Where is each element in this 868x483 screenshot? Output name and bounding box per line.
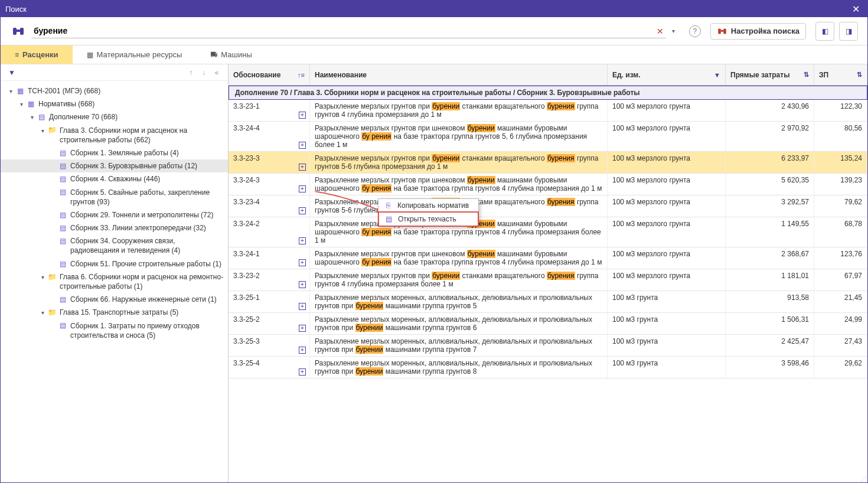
- cell-zp: 79,62: [814, 195, 867, 217]
- cell-zp: 139,23: [814, 174, 867, 195]
- clear-search-icon[interactable]: ✕: [657, 27, 664, 36]
- tree-node[interactable]: ▾📁Глава 15. Транспортные затраты (5): [1, 306, 228, 319]
- table-row[interactable]: 3.3-24-3+Разрыхление мерзлых грунтов при…: [229, 174, 867, 195]
- cm-copy-normative[interactable]: ⎘ Копировать норматив: [378, 199, 478, 212]
- cell-pz: 2 368,67: [726, 247, 814, 269]
- svg-rect-1: [20, 28, 24, 35]
- layout-icon-2[interactable]: ◨: [839, 22, 858, 41]
- doc-icon: ▤: [57, 260, 68, 268]
- tree-node[interactable]: ▾▦ТСН-2001 (МГЭ) (668): [1, 84, 228, 97]
- cell-ed: 100 м3 мерзлого грунта: [608, 122, 726, 151]
- tree-node[interactable]: ▸▤Сборник 29. Тоннели и метрополитены (7…: [1, 208, 228, 221]
- tree-node[interactable]: ▸▤Сборник 5. Свайные работы, закрепление…: [1, 186, 228, 208]
- svg-rect-0: [13, 28, 17, 35]
- cell-nm: Разрыхление мерзлых моренных, аллювиальн…: [310, 335, 608, 356]
- tree-node[interactable]: ▾▤Дополнение 70 (668): [1, 110, 228, 123]
- table-row[interactable]: 3.3-25-3+Разрыхление мерзлых моренных, а…: [229, 335, 867, 357]
- cell-ob: 3.3-24-3+: [229, 174, 310, 195]
- expand-icon[interactable]: +: [299, 112, 306, 119]
- tab-расценки[interactable]: ≡Расценки: [1, 45, 73, 64]
- folder-icon: 📁: [47, 126, 57, 135]
- up-icon[interactable]: ↑: [184, 68, 197, 77]
- col-pz[interactable]: Прямые затраты⇅: [726, 64, 814, 85]
- cell-pz: 913,58: [726, 291, 814, 312]
- doc-icon: ▤: [57, 175, 68, 183]
- resize-grip[interactable]: ⋰: [861, 475, 867, 482]
- tree-node[interactable]: ▸▤Сборник 33. Линии электропередачи (32): [1, 221, 228, 234]
- expand-icon[interactable]: +: [299, 142, 306, 149]
- tree-label: Глава 6. Сборники норм и расценок на рем…: [60, 272, 224, 291]
- cm-copy-label: Копировать норматив: [397, 201, 469, 210]
- tab-материальные ресурсы[interactable]: ▦Материальные ресурсы: [73, 45, 197, 64]
- tree-node[interactable]: ▾▦Нормативы (668): [1, 97, 228, 110]
- tree-node[interactable]: ▸▤Сборник 34. Сооружения связи, радиовещ…: [1, 234, 228, 257]
- tree-node[interactable]: ▸▤Сборник 1. Затраты по приему отходов с…: [1, 319, 228, 342]
- tree-node[interactable]: ▾📁Глава 6. Сборники норм и расценок на р…: [1, 270, 228, 293]
- table-row[interactable]: 3.3-24-4+Разрыхление мерзлых грунтов при…: [229, 122, 867, 152]
- table-row[interactable]: 3.3-23-2+Разрыхление мерзлых грунтов при…: [229, 269, 867, 291]
- table-row[interactable]: 3.3-23-4+Разрыхление мерзлых грунтов при…: [229, 195, 867, 217]
- table-row[interactable]: 3.3-23-3+Разрыхление мерзлых грунтов при…: [229, 152, 867, 174]
- table-row[interactable]: 3.3-25-1+Разрыхление мерзлых моренных, а…: [229, 291, 867, 313]
- expand-icon[interactable]: +: [299, 164, 306, 171]
- tree-label: Сборник 51. Прочие строительные работы (…: [70, 259, 224, 269]
- expand-icon[interactable]: +: [299, 303, 306, 310]
- tree-caret-icon[interactable]: ▾: [38, 273, 47, 282]
- cell-pz: 2 425,47: [726, 335, 814, 356]
- table-row[interactable]: 3.3-25-2+Разрыхление мерзлых моренных, а…: [229, 313, 867, 335]
- expand-icon[interactable]: +: [299, 185, 306, 192]
- doc-icon: ▤: [57, 322, 68, 330]
- layout-icon-1[interactable]: ◧: [815, 22, 834, 41]
- doc-icon: ▤: [57, 295, 68, 303]
- tree-caret-icon[interactable]: ▾: [38, 127, 47, 135]
- cell-ob: 3.3-24-1+: [229, 247, 310, 269]
- cell-ed: 100 м3 мерзлого грунта: [608, 247, 726, 269]
- cell-pz: 6 233,97: [726, 152, 814, 173]
- col-ed-izm[interactable]: Ед. изм.▼: [608, 64, 726, 85]
- filter-icon[interactable]: ▼: [5, 68, 18, 77]
- cell-zp: 21,45: [814, 291, 867, 312]
- tree-node[interactable]: ▸▤Сборник 3. Буровзрывные работы (12): [1, 159, 228, 172]
- tree-node[interactable]: ▸▤Сборник 66. Наружные инженерные сети (…: [1, 293, 228, 306]
- table-row[interactable]: 3.3-24-1+Разрыхление мерзлых грунтов при…: [229, 247, 867, 269]
- col-obosnovanie[interactable]: Обоснование↑≡: [229, 64, 310, 85]
- expand-icon[interactable]: +: [299, 368, 306, 376]
- search-dropdown-icon[interactable]: ▾: [672, 28, 675, 34]
- search-input[interactable]: [31, 24, 666, 38]
- cell-pz: 3 292,57: [726, 195, 814, 217]
- doc-icon: ▤: [57, 149, 68, 157]
- expand-icon[interactable]: +: [299, 237, 306, 244]
- tree-label: Сборник 33. Линии электропередачи (32): [70, 223, 224, 233]
- tree-caret-icon[interactable]: ▾: [28, 113, 36, 122]
- collapse-icon[interactable]: «: [210, 68, 223, 77]
- tree-node[interactable]: ▸▤Сборник 4. Скважины (446): [1, 172, 228, 185]
- expand-icon[interactable]: +: [299, 281, 306, 288]
- cell-nm: Разрыхление мерзлых моренных, аллювиальн…: [310, 291, 608, 312]
- tree-node[interactable]: ▾📁Глава 3. Сборники норм и расценок на с…: [1, 124, 228, 146]
- expand-icon[interactable]: +: [299, 259, 306, 266]
- tree-node[interactable]: ▸▤Сборник 1. Земляные работы (4): [1, 146, 228, 159]
- cm-open-techpart[interactable]: ▤ Открыть техчасть: [378, 211, 479, 227]
- cell-nm: Разрыхление мерзлых грунтов при шнековом…: [310, 174, 608, 195]
- tab-машины[interactable]: ⛟Машины: [196, 45, 266, 64]
- main: Обоснование↑≡ Наименование Ед. изм.▼ Пря…: [229, 64, 867, 482]
- expand-icon[interactable]: +: [299, 325, 306, 332]
- tree-caret-icon[interactable]: ▾: [38, 309, 47, 317]
- help-icon[interactable]: ?: [689, 25, 701, 37]
- table-row[interactable]: 3.3-24-2+Разрыхление мерзлых грунтов при…: [229, 217, 867, 247]
- tree-node[interactable]: ▸▤Сборник 51. Прочие строительные работы…: [1, 257, 228, 270]
- tree-label: Глава 15. Транспортные затраты (5): [60, 308, 224, 317]
- table-row[interactable]: 3.3-25-4+Разрыхление мерзлых моренных, а…: [229, 357, 867, 378]
- cell-nm: Разрыхление мерзлых грунтов при шнековом…: [310, 247, 608, 269]
- tree-caret-icon[interactable]: ▾: [17, 100, 25, 109]
- col-zp[interactable]: ЗП⇅: [814, 64, 867, 85]
- search-settings-button[interactable]: Настройка поиска: [710, 23, 806, 40]
- tree-caret-icon[interactable]: ▾: [6, 87, 15, 96]
- close-icon[interactable]: ✕: [849, 4, 863, 15]
- expand-icon[interactable]: +: [299, 347, 306, 354]
- col-naimenovanie[interactable]: Наименование: [310, 64, 608, 85]
- titlebar: Поиск ✕: [1, 1, 867, 17]
- down-icon[interactable]: ↓: [197, 68, 210, 77]
- expand-icon[interactable]: +: [299, 207, 306, 214]
- table-row[interactable]: 3.3-23-1+Разрыхление мерзлых грунтов при…: [229, 100, 867, 122]
